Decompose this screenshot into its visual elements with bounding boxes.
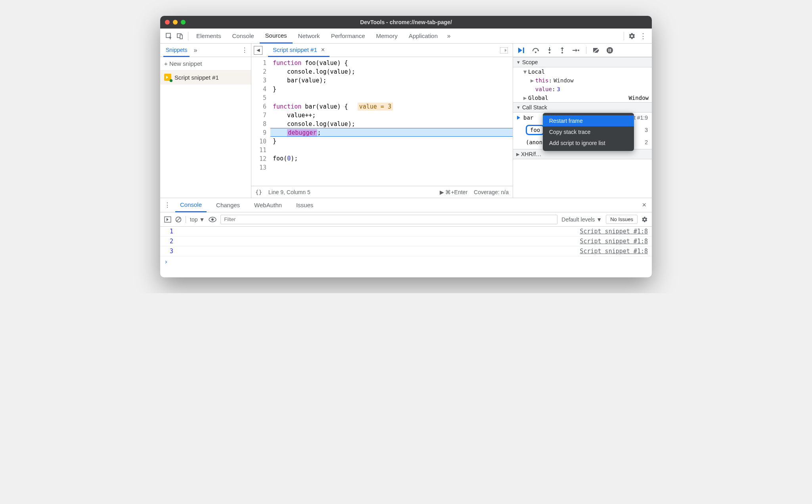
- toggle-navigator-icon[interactable]: ◀: [254, 46, 262, 55]
- context-menu: Restart frame Copy stack trace Add scrip…: [543, 113, 634, 151]
- inspect-icon[interactable]: [163, 31, 174, 42]
- tab-snippets[interactable]: Snippets: [163, 44, 190, 57]
- clear-console-icon[interactable]: [175, 216, 182, 223]
- console-source-link[interactable]: Script snippet #1:8: [580, 238, 648, 245]
- context-copy-stack-trace[interactable]: Copy stack trace: [543, 126, 634, 137]
- live-expression-icon[interactable]: [209, 217, 216, 222]
- context-restart-frame[interactable]: Restart frame: [543, 115, 634, 126]
- debugger-panel: ▼Scope ▼Local ▶this:Window value:3 ▶Glob…: [513, 44, 652, 198]
- toggle-debugger-panel-icon[interactable]: [500, 47, 510, 53]
- traffic-lights: [160, 20, 186, 25]
- line-gutter: 1 2 3 4 5 6 7 8 9 10 11 12 13: [251, 59, 270, 186]
- drawer-tab-issues[interactable]: Issues: [291, 198, 318, 212]
- console-settings-icon[interactable]: [642, 216, 648, 223]
- code-content[interactable]: function foo(value) { console.log(value)…: [270, 59, 513, 186]
- step-icon[interactable]: [572, 48, 580, 53]
- highlighted-frame: foo: [526, 125, 544, 135]
- close-window-button[interactable]: [165, 20, 170, 25]
- window-title: DevTools - chrome://new-tab-page/: [360, 19, 452, 25]
- navigator-menu-icon[interactable]: ⋮: [241, 46, 248, 54]
- tab-elements[interactable]: Elements: [191, 29, 227, 43]
- settings-icon[interactable]: [626, 31, 638, 42]
- editor-tabs: ◀ Script snippet #1 ×: [251, 44, 513, 57]
- close-file-icon[interactable]: ×: [321, 46, 325, 53]
- svg-point-6: [549, 52, 550, 53]
- console-source-link[interactable]: Script snippet #1:8: [580, 228, 648, 235]
- console-prompt[interactable]: ›: [160, 256, 652, 267]
- console-row[interactable]: 1 Script snippet #1:8: [160, 227, 652, 237]
- more-tabs-icon[interactable]: »: [443, 31, 454, 42]
- scope-global[interactable]: ▶GlobalWindow: [513, 94, 652, 102]
- context-add-ignore-list[interactable]: Add script to ignore list: [543, 137, 634, 149]
- console-filter-input[interactable]: [220, 215, 557, 224]
- file-tab-label: Script snippet #1: [273, 46, 317, 53]
- svg-point-5: [535, 52, 536, 53]
- drawer-tab-console[interactable]: Console: [175, 199, 207, 212]
- drawer-tab-webauthn[interactable]: WebAuthn: [249, 198, 287, 212]
- scope-local[interactable]: ▼Local: [513, 67, 652, 76]
- svg-point-10: [607, 47, 613, 53]
- tab-network[interactable]: Network: [293, 29, 326, 43]
- scope-header[interactable]: ▼Scope: [513, 57, 652, 67]
- scope-value[interactable]: value:3: [513, 85, 652, 94]
- drawer-tab-changes[interactable]: Changes: [211, 198, 245, 212]
- svg-point-17: [211, 218, 214, 221]
- drawer: ⋮ Console Changes WebAuthn Issues × top▼…: [160, 198, 652, 277]
- run-snippet-hint[interactable]: ▶ ⌘+Enter: [440, 189, 468, 195]
- minimize-window-button[interactable]: [173, 20, 178, 25]
- editor-panel: ◀ Script snippet #1 × 1 2 3 4 5 6 7: [251, 44, 513, 198]
- log-levels-selector[interactable]: Default levels▼: [561, 216, 602, 223]
- resume-icon[interactable]: [518, 47, 526, 53]
- kebab-menu-icon[interactable]: ⋮: [638, 31, 649, 42]
- coverage-status: Coverage: n/a: [474, 189, 509, 195]
- maximize-window-button[interactable]: [181, 20, 186, 25]
- tab-performance[interactable]: Performance: [326, 29, 371, 43]
- devtools-window: DevTools - chrome://new-tab-page/ Elemen…: [160, 16, 652, 277]
- file-tab[interactable]: Script snippet #1 ×: [268, 44, 329, 57]
- scope-body: ▼Local ▶this:Window value:3 ▶GlobalWindo…: [513, 67, 652, 102]
- svg-rect-11: [609, 49, 609, 52]
- code-editor[interactable]: 1 2 3 4 5 6 7 8 9 10 11 12 13 function f…: [251, 57, 513, 186]
- snippet-item[interactable]: Script snippet #1: [160, 70, 251, 84]
- snippet-item-label: Script snippet #1: [174, 74, 219, 81]
- step-into-icon[interactable]: [546, 47, 553, 54]
- drawer-tabs: ⋮ Console Changes WebAuthn Issues ×: [160, 198, 652, 212]
- step-over-icon[interactable]: [532, 47, 540, 53]
- panels: Snippets » ⋮ + New snippet Script snippe…: [160, 44, 652, 198]
- tab-memory[interactable]: Memory: [371, 29, 403, 43]
- console-row[interactable]: 3 Script snippet #1:8: [160, 246, 652, 256]
- svg-point-7: [561, 52, 563, 53]
- tab-application[interactable]: Application: [403, 29, 443, 43]
- main-tabs: Elements Console Sources Network Perform…: [160, 29, 652, 44]
- svg-rect-2: [180, 35, 182, 39]
- pause-on-exceptions-icon[interactable]: [606, 47, 613, 54]
- cursor-position: Line 9, Column 5: [268, 189, 310, 195]
- scope-this[interactable]: ▶this:Window: [513, 76, 652, 85]
- callstack-header[interactable]: ▼Call Stack: [513, 102, 652, 113]
- context-selector[interactable]: top▼: [190, 216, 205, 223]
- step-out-icon[interactable]: [559, 47, 565, 54]
- titlebar: DevTools - chrome://new-tab-page/: [160, 16, 652, 29]
- more-navigator-tabs-icon[interactable]: »: [193, 47, 197, 54]
- no-issues-button[interactable]: No Issues: [606, 215, 638, 224]
- pretty-print-icon[interactable]: {}: [255, 189, 262, 195]
- svg-line-15: [176, 218, 180, 221]
- tab-sources[interactable]: Sources: [260, 29, 293, 44]
- console-row[interactable]: 2 Script snippet #1:8: [160, 237, 652, 246]
- svg-rect-12: [610, 49, 611, 52]
- device-toggle-icon[interactable]: [174, 31, 186, 42]
- execution-line: debugger;: [270, 128, 513, 137]
- tab-console[interactable]: Console: [227, 29, 260, 43]
- inline-value-annotation: value = 3: [358, 103, 393, 111]
- snippet-file-icon: [164, 74, 171, 81]
- editor-status-bar: {} Line 9, Column 5 ▶ ⌘+Enter Coverage: …: [251, 186, 513, 198]
- drawer-menu-icon[interactable]: ⋮: [164, 201, 170, 209]
- console-output: 1 Script snippet #1:8 2 Script snippet #…: [160, 227, 652, 267]
- deactivate-breakpoints-icon[interactable]: [593, 47, 600, 53]
- console-source-link[interactable]: Script snippet #1:8: [580, 248, 648, 255]
- close-drawer-icon[interactable]: ×: [640, 199, 648, 211]
- new-snippet-button[interactable]: + New snippet: [160, 57, 251, 70]
- console-sidebar-toggle-icon[interactable]: [164, 216, 171, 223]
- svg-point-8: [578, 50, 579, 51]
- navigator-tabs: Snippets » ⋮: [160, 44, 251, 57]
